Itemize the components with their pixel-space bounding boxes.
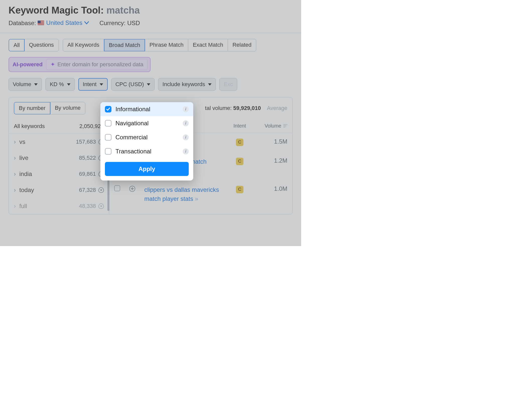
toggle-by-volume[interactable]: By volume	[50, 102, 85, 114]
intent-badge: C	[236, 158, 243, 165]
tab-related[interactable]: Related	[228, 39, 256, 51]
all-keywords-label: All keywords	[14, 123, 45, 130]
filter-exclude-keywords[interactable]: Exc	[219, 78, 237, 91]
match-type-group: All Keywords Broad Match Phrase Match Ex…	[63, 39, 256, 51]
col-volume[interactable]: Volume	[255, 123, 287, 129]
volume-cell: 1.2M	[255, 157, 287, 164]
intent-option-transactional[interactable]: Transactional i	[100, 144, 193, 158]
volume-cell: 1.5M	[255, 138, 287, 145]
ai-domain-block: AI-powered ✦ Enter domain for personaliz…	[9, 57, 151, 72]
chevron-down-icon	[208, 83, 212, 86]
info-icon[interactable]: i	[183, 106, 189, 112]
keyword-group[interactable]: ›vs 157,683	[9, 134, 109, 150]
intent-badge: C	[236, 139, 243, 146]
ai-domain-input[interactable]: ✦ Enter domain for personalized data	[46, 59, 148, 70]
average-label: Average	[267, 105, 287, 111]
keyword-group[interactable]: ›today 67,328	[9, 182, 109, 198]
sparkle-icon: ✦	[50, 61, 55, 68]
app-title: Keyword Magic Tool:	[9, 5, 104, 16]
database-label: Database:	[9, 20, 36, 26]
checkbox-checked-icon	[105, 106, 111, 112]
sort-icon	[283, 124, 287, 128]
row-checkbox[interactable]	[114, 185, 120, 191]
checkbox-icon	[105, 134, 111, 141]
chevron-right-icon: ›	[14, 187, 16, 194]
question-toggle-group: All Questions	[9, 39, 59, 51]
chevron-down-icon	[147, 83, 150, 86]
total-volume: tal volume: 59,929,010	[205, 105, 261, 111]
ai-label: AI-powered	[13, 61, 43, 68]
col-intent[interactable]: Intent	[225, 123, 255, 129]
eye-icon[interactable]	[98, 203, 104, 209]
filter-cpc[interactable]: CPC (USD)	[111, 78, 155, 91]
chevron-down-icon	[84, 21, 89, 24]
keyword-group[interactable]: ›full 48,338	[9, 198, 109, 214]
database-value: United States	[46, 19, 82, 26]
filter-include-keywords[interactable]: Include keywords	[158, 78, 216, 91]
filter-intent[interactable]: Intent	[78, 78, 108, 91]
add-to-list-icon[interactable]: +	[129, 186, 135, 192]
chevron-right-icon: ›	[14, 138, 16, 145]
page-title: Keyword Magic Tool: matcha	[9, 5, 293, 16]
keyword-link[interactable]: clippers vs dallas mavericks match playe…	[144, 185, 225, 203]
filter-kd[interactable]: KD %	[45, 78, 75, 91]
tab-exact-match[interactable]: Exact Match	[188, 39, 228, 51]
keyword-group[interactable]: ›india 69,861	[9, 166, 109, 182]
chevron-right-icon: ›	[14, 170, 16, 177]
info-icon[interactable]: i	[183, 148, 189, 154]
chevron-down-icon	[100, 83, 103, 86]
intent-badge: C	[236, 186, 243, 193]
query-term: matcha	[106, 5, 140, 16]
tab-all[interactable]: All	[9, 39, 25, 51]
tab-phrase-match[interactable]: Phrase Match	[145, 39, 188, 51]
filter-volume[interactable]: Volume	[9, 78, 42, 91]
intent-option-commercial[interactable]: Commercial i	[100, 130, 193, 144]
sort-toggle-group: By number By volume	[14, 102, 85, 114]
keyword-groups-sidebar: All keywords 2,050,929 ›vs 157,683 ›live…	[9, 119, 109, 214]
intent-option-informational[interactable]: Informational i	[100, 102, 193, 116]
volume-cell: 1.0M	[255, 185, 287, 192]
chevron-down-icon	[34, 83, 38, 86]
checkbox-icon	[105, 148, 111, 155]
chevron-right-icon: ›	[14, 154, 16, 161]
keyword-group[interactable]: ›live 85,522	[9, 150, 109, 166]
info-icon[interactable]: i	[183, 120, 189, 126]
flag-us-icon	[38, 21, 44, 25]
info-icon[interactable]: i	[183, 134, 189, 140]
eye-icon[interactable]	[98, 187, 104, 193]
intent-filter-popover: Informational i Navigational i Commercia…	[100, 102, 193, 181]
database-selector[interactable]: Database: United States	[9, 19, 89, 27]
checkbox-icon	[105, 120, 111, 127]
ai-placeholder: Enter domain for personalized data	[57, 61, 143, 68]
tab-questions[interactable]: Questions	[24, 39, 58, 51]
tab-all-keywords[interactable]: All Keywords	[63, 39, 104, 51]
tab-broad-match[interactable]: Broad Match	[104, 39, 145, 51]
chevron-down-icon	[67, 83, 71, 86]
currency-display: Currency: USD	[99, 20, 140, 27]
apply-button[interactable]: Apply	[105, 162, 189, 176]
toggle-by-number[interactable]: By number	[14, 102, 50, 114]
table-row: + clippers vs dallas mavericks match pla…	[109, 180, 292, 208]
intent-option-navigational[interactable]: Navigational i	[100, 116, 193, 130]
chevron-right-icon: ›	[14, 203, 16, 210]
